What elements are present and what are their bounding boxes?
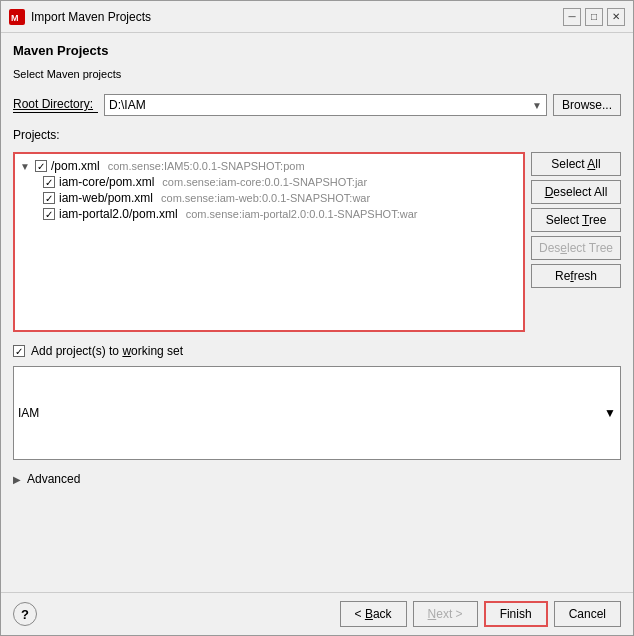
tree-item-root: ▼ /pom.xml com.sense:IAM5:0.0.1-SNAPSHOT… [19,158,519,174]
footer-left: ? [13,602,37,626]
maven-icon: M [9,9,25,25]
select-tree-label: Select Tree [546,213,607,227]
back-button[interactable]: < Back [340,601,407,627]
deselect-tree-label: Deselect Tree [539,241,613,255]
next-button[interactable]: Next > [413,601,478,627]
help-icon: ? [21,607,29,622]
artifact-root: com.sense:IAM5:0.0.1-SNAPSHOT:pom [108,160,305,172]
footer: ? < Back Next > Finish Cancel [1,592,633,635]
checkbox-child1[interactable] [43,176,55,188]
file-name-child2: iam-web/pom.xml [59,191,153,205]
working-set-row: Add project(s) to working set [13,344,621,358]
root-dir-arrow-icon: ▼ [532,100,542,111]
advanced-label: Advanced [27,472,80,486]
projects-area: ▼ /pom.xml com.sense:IAM5:0.0.1-SNAPSHOT… [13,152,621,332]
finish-button[interactable]: Finish [484,601,548,627]
minimize-button[interactable]: ─ [563,8,581,26]
cancel-label: Cancel [569,607,606,621]
working-set-value: IAM [18,406,39,420]
checkbox-root[interactable] [35,160,47,172]
artifact-child3: com.sense:iam-portal2.0:0.0.1-SNAPSHOT:w… [186,208,418,220]
deselect-tree-button[interactable]: Deselect Tree [531,236,621,260]
side-buttons: Select All Deselect All Select Tree Dese… [531,152,621,332]
artifact-child1: com.sense:iam-core:0.0.1-SNAPSHOT:jar [162,176,367,188]
cancel-button[interactable]: Cancel [554,601,621,627]
working-set-checkbox[interactable] [13,345,25,357]
section-title: Maven Projects [13,43,621,58]
select-all-label: Select All [551,157,600,171]
svg-text:M: M [11,13,19,23]
tree-toggle-root[interactable]: ▼ [19,160,31,172]
help-button[interactable]: ? [13,602,37,626]
artifact-child2: com.sense:iam-web:0.0.1-SNAPSHOT:war [161,192,370,204]
tree-item-child2: iam-web/pom.xml com.sense:iam-web:0.0.1-… [43,190,519,206]
maximize-button[interactable]: □ [585,8,603,26]
working-set-combo[interactable]: IAM ▼ [13,366,621,460]
file-name-child1: iam-core/pom.xml [59,175,154,189]
checkbox-child3[interactable] [43,208,55,220]
deselect-all-button[interactable]: Deselect All [531,180,621,204]
root-dir-value: D:\IAM [109,98,532,112]
advanced-row[interactable]: ▶ Advanced [13,472,621,486]
next-label: Next > [428,607,463,621]
projects-list[interactable]: ▼ /pom.xml com.sense:IAM5:0.0.1-SNAPSHOT… [13,152,525,332]
section-subtitle: Select Maven projects [13,68,621,80]
root-dir-row: Root Directory: D:\IAM ▼ Browse... [13,94,621,116]
window-title: Import Maven Projects [31,10,151,24]
tree-item-child1: iam-core/pom.xml com.sense:iam-core:0.0.… [43,174,519,190]
refresh-button[interactable]: Refresh [531,264,621,288]
select-all-button[interactable]: Select All [531,152,621,176]
main-content: Maven Projects Select Maven projects Roo… [1,33,633,592]
working-set-label: Add project(s) to working set [31,344,183,358]
finish-label: Finish [500,607,532,621]
file-name-root: /pom.xml [51,159,100,173]
browse-button[interactable]: Browse... [553,94,621,116]
projects-label: Projects: [13,128,621,142]
root-dir-label-text: Root Directory: [13,97,93,111]
select-tree-button[interactable]: Select Tree [531,208,621,232]
refresh-label: Refresh [555,269,597,283]
checkbox-child2[interactable] [43,192,55,204]
main-window: M Import Maven Projects ─ □ ✕ Maven Proj… [0,0,634,636]
close-button[interactable]: ✕ [607,8,625,26]
title-bar-controls: ─ □ ✕ [563,8,625,26]
root-dir-input[interactable]: D:\IAM ▼ [104,94,547,116]
working-set-arrow-icon: ▼ [604,406,616,420]
deselect-all-label: Deselect All [545,185,608,199]
footer-buttons: < Back Next > Finish Cancel [340,601,621,627]
back-label: < Back [355,607,392,621]
file-name-child3: iam-portal2.0/pom.xml [59,207,178,221]
title-bar-left: M Import Maven Projects [9,9,151,25]
title-bar: M Import Maven Projects ─ □ ✕ [1,1,633,33]
tree-item-child3: iam-portal2.0/pom.xml com.sense:iam-port… [43,206,519,222]
advanced-arrow-icon: ▶ [13,474,21,485]
root-dir-label: Root Directory: [13,97,98,113]
